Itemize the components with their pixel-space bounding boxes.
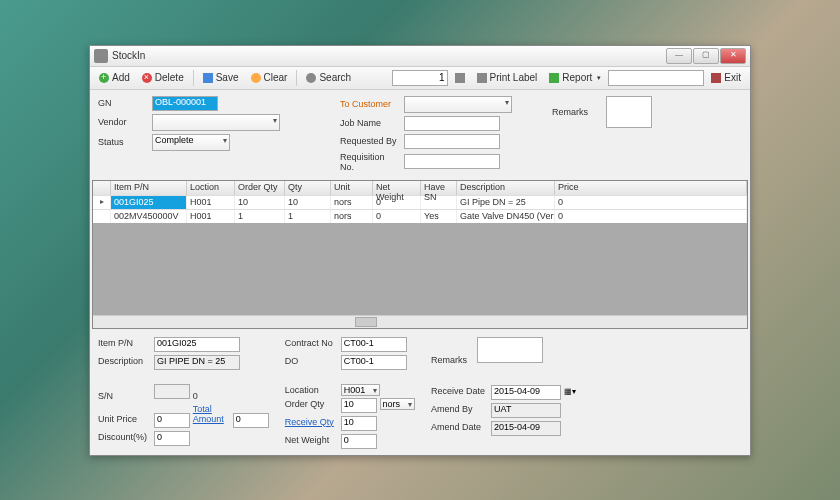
report-icon (549, 73, 559, 83)
col-loc[interactable]: Loction (187, 181, 235, 195)
col-nw[interactable]: Net Weight (373, 181, 421, 195)
col-sn[interactable]: Have SN (421, 181, 457, 195)
grid-scrollbar[interactable] (93, 315, 747, 328)
job-name-label: Job Name (340, 118, 400, 128)
maximize-button[interactable]: ▢ (693, 48, 719, 64)
amend-date-label: Amend Date (431, 422, 491, 432)
remarks-input-2[interactable] (477, 337, 543, 363)
search-icon (306, 73, 316, 83)
receive-date-input[interactable]: 2015-04-09 (491, 385, 561, 400)
status-label: Status (98, 137, 148, 147)
order-qty-label: Order Qty (285, 399, 341, 409)
remarks-label-2: Remarks (431, 355, 477, 365)
save-icon (203, 73, 213, 83)
vendor-label: Vendor (98, 117, 148, 127)
receive-qty-input[interactable]: 10 (341, 416, 377, 431)
customer-select[interactable] (404, 96, 512, 113)
net-weight-label: Net Weight (285, 435, 341, 445)
gn-input[interactable]: OBL-000001 (152, 96, 218, 111)
separator (193, 70, 194, 86)
requisition-no-label: Requisition No. (340, 152, 400, 172)
contract-no-input[interactable]: CT00-1 (341, 337, 407, 352)
sn-label: S/N (98, 391, 154, 401)
location-label: Location (285, 385, 341, 395)
total-amount-link[interactable]: Total Amount (193, 404, 233, 424)
requested-by-input[interactable] (404, 134, 500, 149)
order-unit-select[interactable]: nors (380, 398, 416, 410)
titlebar: StockIn — ▢ ✕ (90, 46, 750, 67)
do-input[interactable]: CT00-1 (341, 355, 407, 370)
remarks-label: Remarks (552, 107, 602, 117)
requisition-no-input[interactable] (404, 154, 500, 169)
add-icon (99, 73, 109, 83)
grid-header: Item P/N Loction Order Qty Qty Unit Net … (93, 181, 747, 195)
net-weight-input[interactable]: 0 (341, 434, 377, 449)
delete-button[interactable]: Delete (137, 70, 189, 85)
close-button[interactable]: ✕ (720, 48, 746, 64)
print-icon (477, 73, 487, 83)
discount-input[interactable]: 0 (154, 431, 190, 446)
window-title: StockIn (112, 50, 666, 61)
col-qty[interactable]: Qty (285, 181, 331, 195)
col-desc[interactable]: Description (457, 181, 555, 195)
col-unit[interactable]: Unit (331, 181, 373, 195)
gn-label: GN (98, 98, 148, 108)
vendor-select[interactable] (152, 114, 280, 131)
exit-icon (711, 73, 721, 83)
desc-input: GI PIPE DN = 25 (154, 355, 240, 370)
requested-by-label: Requested By (340, 136, 400, 146)
receive-date-label: Receive Date (431, 386, 491, 396)
window-controls: — ▢ ✕ (666, 48, 746, 64)
app-icon (94, 49, 108, 63)
page-input[interactable] (392, 70, 448, 86)
search-button[interactable]: Search (301, 70, 356, 85)
amend-by-label: Amend By (431, 404, 491, 414)
col-oqty[interactable]: Order Qty (235, 181, 285, 195)
table-row[interactable]: 002MV450000V H001 1 1 nors 0 Yes Gate Va… (93, 209, 747, 223)
report-input[interactable] (608, 70, 704, 86)
save-button[interactable]: Save (198, 70, 244, 85)
items-grid: Item P/N Loction Order Qty Qty Unit Net … (92, 180, 748, 329)
discount-label: Discount(%) (98, 432, 154, 442)
date-picker-icon[interactable]: ▦▾ (564, 387, 576, 396)
contract-no-label: Contract No (285, 338, 341, 348)
col-pn[interactable]: Item P/N (111, 181, 187, 195)
detail-form: Item P/N001GI025 DescriptionGI PIPE DN =… (90, 331, 750, 455)
col-price[interactable]: Price (555, 181, 747, 195)
header-form: GN OBL-000001 Vendor Status Complete To … (90, 90, 750, 178)
separator (296, 70, 297, 86)
clear-icon (251, 73, 261, 83)
location-select[interactable]: H001 (341, 384, 381, 396)
remarks-input[interactable] (606, 96, 652, 128)
row-marker-icon: ▸ (93, 196, 111, 209)
toolbar: Add Delete Save Clear Search Print Label… (90, 67, 750, 90)
grid-empty-area (93, 223, 747, 315)
unit-price-input[interactable]: 0 (154, 413, 190, 428)
exit-button[interactable]: Exit (706, 70, 746, 85)
desc-label: Description (98, 356, 154, 366)
item-pn-input[interactable]: 001GI025 (154, 337, 240, 352)
receive-qty-link[interactable]: Receive Qty (285, 417, 341, 427)
add-button[interactable]: Add (94, 70, 135, 85)
do-label: DO (285, 356, 341, 366)
arrow-icon (455, 73, 465, 83)
page-arrow[interactable] (450, 71, 470, 85)
total-amount-input[interactable]: 0 (233, 413, 269, 428)
order-qty-input[interactable]: 10 (341, 398, 377, 413)
amend-by-input: UAT (491, 403, 561, 418)
print-label-button[interactable]: Print Label (472, 70, 543, 85)
table-row[interactable]: ▸ 001GI025 H001 10 10 nors 0 GI Pipe DN … (93, 195, 747, 209)
app-window: StockIn — ▢ ✕ Add Delete Save Clear Sear… (89, 45, 751, 456)
sn-input (154, 384, 190, 399)
job-name-input[interactable] (404, 116, 500, 131)
unit-price-label: Unit Price (98, 414, 154, 424)
clear-button[interactable]: Clear (246, 70, 293, 85)
to-customer-label: To Customer (340, 99, 400, 109)
amend-date-input: 2015-04-09 (491, 421, 561, 436)
status-select[interactable]: Complete (152, 134, 230, 151)
report-button[interactable]: Report▾ (544, 70, 606, 85)
scroll-thumb[interactable] (355, 317, 377, 327)
item-pn-label: Item P/N (98, 338, 154, 348)
minimize-button[interactable]: — (666, 48, 692, 64)
delete-icon (142, 73, 152, 83)
